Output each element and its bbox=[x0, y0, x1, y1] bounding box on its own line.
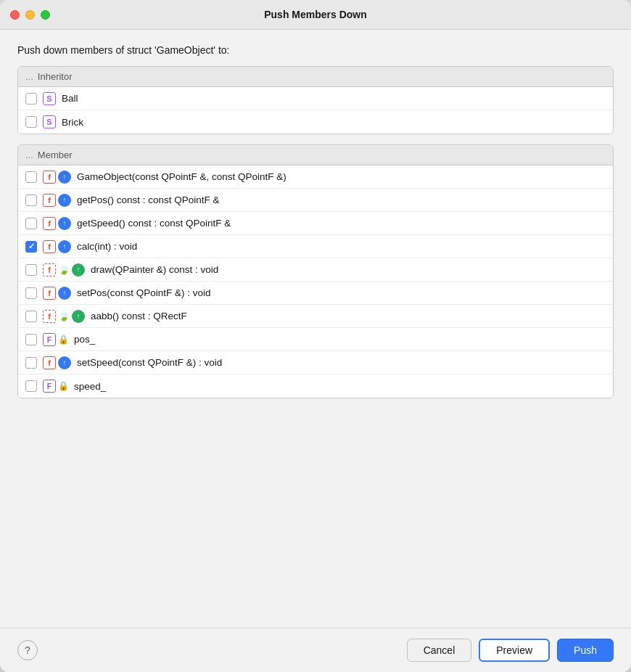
inheritor-header: ... Inheritor bbox=[18, 67, 613, 87]
function-virtual-icon: f bbox=[43, 310, 56, 323]
ball-checkbox[interactable] bbox=[25, 93, 37, 105]
maximize-button[interactable] bbox=[41, 10, 50, 20]
setpos-checkbox[interactable] bbox=[25, 287, 37, 299]
item-label: setSpeed(const QPointF &) : void bbox=[77, 357, 222, 368]
member-icons: f 🍃 ↑ bbox=[43, 263, 85, 276]
list-item[interactable]: f ↑ calc(int) : void bbox=[18, 235, 613, 258]
leaf-icon: 🍃 bbox=[58, 264, 70, 276]
member-icons: f ↑ bbox=[43, 287, 71, 300]
member-icons: F 🔒 bbox=[43, 380, 68, 393]
member-icons: f ↑ bbox=[43, 240, 71, 253]
inheritor-list: ... Inheritor S Ball S Brick bbox=[17, 66, 614, 134]
push-members-down-window: Push Members Down Push down members of s… bbox=[0, 0, 631, 672]
action-buttons: Cancel Preview Push bbox=[407, 639, 614, 662]
list-item[interactable]: f ↑ getPos() const : const QPointF & bbox=[18, 189, 613, 212]
function-icon: f bbox=[43, 194, 56, 207]
help-button[interactable]: ? bbox=[17, 640, 38, 660]
item-label: calc(int) : void bbox=[77, 241, 137, 252]
member-header-label: Member bbox=[38, 149, 73, 160]
item-label: pos_ bbox=[74, 334, 95, 345]
member-icons: F 🔒 bbox=[43, 333, 68, 346]
item-label: speed_ bbox=[74, 381, 106, 392]
list-item[interactable]: F 🔒 speed_ bbox=[18, 374, 613, 398]
aabb-checkbox[interactable] bbox=[25, 311, 37, 322]
member-header: ... Member bbox=[18, 145, 613, 165]
preview-button[interactable]: Preview bbox=[479, 639, 550, 662]
footer: ? Cancel Preview Push bbox=[0, 628, 631, 672]
close-button[interactable] bbox=[10, 10, 20, 20]
title-bar: Push Members Down bbox=[0, 0, 631, 30]
draw-checkbox[interactable] bbox=[25, 264, 37, 276]
brick-checkbox[interactable] bbox=[25, 116, 37, 128]
function-icon: f bbox=[43, 217, 56, 230]
subtitle-text: Push down members of struct 'GameObject'… bbox=[17, 44, 614, 56]
function-icon: f bbox=[43, 287, 56, 300]
arrow-up-icon: ↑ bbox=[58, 356, 71, 369]
item-label: aabb() const : QRectF bbox=[91, 311, 187, 321]
cancel-button[interactable]: Cancel bbox=[407, 639, 472, 662]
pos-checkbox[interactable] bbox=[25, 334, 37, 345]
function-virtual-icon: f bbox=[43, 263, 56, 276]
window-title: Push Members Down bbox=[264, 9, 367, 20]
arrow-up-icon: ↑ bbox=[58, 194, 71, 207]
list-item[interactable]: f 🍃 ↑ aabb() const : QRectF bbox=[18, 305, 613, 328]
getpos-checkbox[interactable] bbox=[25, 194, 37, 206]
arrow-up-icon: ↑ bbox=[72, 310, 85, 323]
member-list: ... Member f ↑ GameObject(const QPointF … bbox=[17, 144, 614, 398]
function-icon: f bbox=[43, 356, 56, 369]
list-item[interactable]: f ↑ setPos(const QPointF &) : void bbox=[18, 282, 613, 305]
struct-icon: S bbox=[43, 115, 56, 128]
list-item[interactable]: S Ball bbox=[18, 87, 613, 110]
member-icons: f ↑ bbox=[43, 356, 71, 369]
setspeed-checkbox[interactable] bbox=[25, 357, 37, 369]
member-icons: f 🍃 ↑ bbox=[43, 310, 85, 323]
arrow-up-icon: ↑ bbox=[58, 287, 71, 300]
calc-checkbox[interactable] bbox=[25, 241, 37, 253]
arrow-up-icon: ↑ bbox=[72, 263, 85, 276]
function-icon: f bbox=[43, 171, 56, 184]
member-icons: f ↑ bbox=[43, 171, 71, 184]
item-label: Ball bbox=[62, 93, 78, 104]
arrow-up-icon: ↑ bbox=[58, 217, 71, 230]
inheritor-header-dots: ... bbox=[25, 71, 33, 82]
push-button[interactable]: Push bbox=[557, 639, 614, 662]
lock-icon: 🔒 bbox=[58, 381, 68, 391]
item-label: GameObject(const QPointF &, const QPoint… bbox=[77, 171, 286, 182]
list-item[interactable]: S Brick bbox=[18, 110, 613, 134]
item-label: setPos(const QPointF &) : void bbox=[77, 287, 211, 298]
item-label: getSpeed() const : const QPointF & bbox=[77, 218, 231, 229]
member-header-dots: ... bbox=[25, 149, 33, 160]
member-icons: f ↑ bbox=[43, 194, 71, 207]
list-item[interactable]: f 🍃 ↑ draw(QPainter &) const : void bbox=[18, 258, 613, 282]
minimize-button[interactable] bbox=[25, 10, 35, 20]
list-item[interactable]: f ↑ setSpeed(const QPointF &) : void bbox=[18, 351, 613, 374]
lock-icon: 🔒 bbox=[58, 335, 68, 345]
list-item[interactable]: f ↑ getSpeed() const : const QPointF & bbox=[18, 212, 613, 235]
list-item[interactable]: F 🔒 pos_ bbox=[18, 328, 613, 351]
item-label: getPos() const : const QPointF & bbox=[77, 194, 220, 205]
list-item[interactable]: f ↑ GameObject(const QPointF &, const QP… bbox=[18, 165, 613, 189]
arrow-up-icon: ↑ bbox=[58, 240, 71, 253]
arrow-up-icon: ↑ bbox=[58, 171, 71, 184]
speed-checkbox[interactable] bbox=[25, 380, 37, 392]
gameobject-ctor-checkbox[interactable] bbox=[25, 171, 37, 183]
function-icon: f bbox=[43, 240, 56, 253]
leaf-icon: 🍃 bbox=[58, 311, 70, 322]
item-label: Brick bbox=[62, 117, 83, 128]
member-icons: f ↑ bbox=[43, 217, 71, 230]
content-area: Push down members of struct 'GameObject'… bbox=[0, 30, 631, 628]
traffic-lights bbox=[10, 10, 50, 20]
field-icon: F bbox=[43, 333, 56, 346]
struct-icon: S bbox=[43, 92, 56, 105]
getspeed-checkbox[interactable] bbox=[25, 218, 37, 229]
item-label: draw(QPainter &) const : void bbox=[91, 264, 218, 275]
inheritor-header-label: Inheritor bbox=[38, 71, 73, 82]
field-icon: F bbox=[43, 380, 56, 393]
